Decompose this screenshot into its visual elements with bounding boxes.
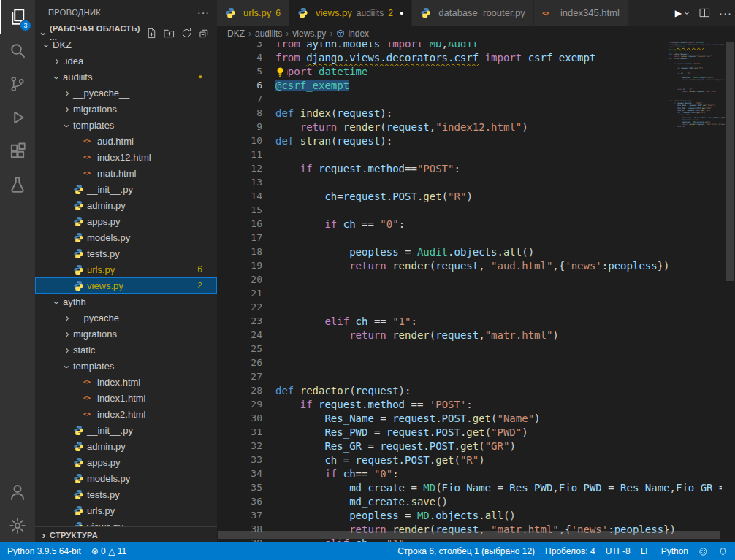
tree-item-urls.py[interactable]: urls.py6	[35, 261, 217, 277]
line-number[interactable]: 20	[217, 274, 275, 285]
tree-item-.idea[interactable]: ›.idea	[35, 53, 217, 69]
line-number[interactable]: 10	[217, 135, 275, 146]
code-line-9[interactable]: 9 return render(request,"index12.html")	[217, 120, 722, 134]
code-line-4[interactable]: 4from django.views.decorators.csrf impor…	[217, 50, 722, 64]
code-line-6[interactable]: 6@csrf_exempt	[217, 78, 722, 92]
new-file-icon[interactable]	[146, 28, 157, 39]
line-number[interactable]: 24	[217, 329, 275, 340]
code-line-20[interactable]: 20	[217, 272, 722, 286]
code-line-7[interactable]: 7	[217, 92, 722, 106]
refresh-icon[interactable]	[181, 28, 192, 39]
activity-testing-icon[interactable]	[0, 168, 35, 202]
tab-urls.py[interactable]: urls.py6	[217, 0, 289, 26]
tree-item-apps.py[interactable]: apps.py	[35, 454, 217, 470]
code-line-32[interactable]: 32 Res_GR = request.POST.get("GR")	[217, 439, 722, 453]
notifications-bell-icon[interactable]	[718, 547, 728, 556]
code-line-35[interactable]: 35 md_create = MD(Fio_Name = Res_PWD,Fio…	[217, 480, 722, 494]
code-line-18[interactable]: 18 peopless = Audit.objects.all()	[217, 245, 722, 258]
code-line-36[interactable]: 36 md_create.save()	[217, 494, 722, 508]
breadcrumb-item[interactable]: DKZ	[227, 28, 245, 39]
collapse-all-icon[interactable]	[199, 28, 210, 39]
tree-item-audiiits[interactable]: ›audiiits●	[35, 69, 217, 85]
tab-views.py[interactable]: views.pyaudiiits2●	[289, 0, 412, 26]
vertical-scrollbar[interactable]	[726, 42, 734, 281]
python-interpreter-status[interactable]: Python 3.9.5 64-bit	[7, 546, 81, 556]
code-line-22[interactable]: 22	[217, 300, 722, 314]
problems-status[interactable]: ⊗ 0 △ 11	[91, 546, 126, 556]
activity-run-debug-icon[interactable]	[0, 101, 35, 134]
line-number[interactable]: 37	[217, 510, 275, 521]
tree-item-static[interactable]: ›static	[35, 342, 217, 358]
minimap[interactable]: from aythh.models import MD,Auditfrom dj…	[669, 42, 725, 129]
line-number[interactable]: 7	[217, 93, 275, 104]
line-number[interactable]: 27	[217, 371, 275, 382]
code-line-17[interactable]: 17	[217, 231, 722, 245]
line-number[interactable]: 6	[217, 80, 275, 91]
outline-section-header[interactable]: › СТРУКТУРА	[35, 526, 217, 542]
code-line-31[interactable]: 31 Res_PWD = request.POST.get("PWD")	[217, 425, 722, 439]
activity-search-icon[interactable]	[0, 34, 35, 67]
activity-account-icon[interactable]	[0, 475, 35, 509]
more-actions-icon[interactable]: ···	[719, 7, 732, 19]
code-area[interactable]: 3from aythh.models import MD,Audit4from …	[217, 37, 722, 542]
code-line-34[interactable]: 34 if ch== "0":	[217, 467, 722, 480]
code-line-25[interactable]: 25	[217, 342, 722, 356]
line-number[interactable]: 35	[217, 482, 275, 493]
line-number[interactable]: 31	[217, 426, 275, 437]
tree-item-matr.html[interactable]: <>matr.html	[35, 165, 217, 181]
tree-item-tests.py[interactable]: tests.py	[35, 245, 217, 261]
code-line-19[interactable]: 19 return render(request, "aud.html",{'n…	[217, 258, 722, 272]
line-number[interactable]: 5	[217, 66, 275, 77]
tree-item-models.py[interactable]: models.py	[35, 470, 217, 486]
eol-status[interactable]: LF	[641, 546, 651, 556]
activity-source-control-icon[interactable]	[0, 67, 35, 101]
code-line-29[interactable]: 29 if request.method == 'POST':	[217, 397, 722, 411]
tree-item-index.html[interactable]: <>index.html	[35, 374, 217, 390]
tree-item-__init__.py[interactable]: __init__.py	[35, 181, 217, 197]
horizontal-scrollbar[interactable]	[218, 531, 720, 539]
tree-item-admin.py[interactable]: admin.py	[35, 438, 217, 454]
encoding-status[interactable]: UTF-8	[606, 546, 631, 556]
tree-item-aud.html[interactable]: <>aud.html	[35, 133, 217, 149]
line-number[interactable]: 34	[217, 468, 275, 479]
line-number[interactable]: 17	[217, 232, 275, 243]
code-line-12[interactable]: 12 if request.method=="POST":	[217, 161, 722, 175]
line-number[interactable]: 18	[217, 246, 275, 257]
workspace-section-header[interactable]: › (РАБОЧАЯ ОБЛАСТЬ) ...	[35, 25, 217, 41]
line-number[interactable]: 23	[217, 315, 275, 326]
code-line-37[interactable]: 37 peopless = MD.objects.all()	[217, 508, 722, 522]
code-line-10[interactable]: 10def stran(request):	[217, 134, 722, 147]
tree-item-__pycache__[interactable]: ›__pycache__	[35, 310, 217, 326]
code-line-5[interactable]: 5import datetime	[217, 64, 722, 78]
tree-item-__init__.py[interactable]: __init__.py	[35, 422, 217, 438]
indentation-status[interactable]: Пробелов: 4	[545, 546, 595, 556]
tree-item-__pycache__[interactable]: ›__pycache__	[35, 85, 217, 101]
code-line-21[interactable]: 21	[217, 286, 722, 300]
code-line-23[interactable]: 23 elif ch == "1":	[217, 314, 722, 328]
tree-item-templates[interactable]: ›templates	[35, 358, 217, 374]
line-number[interactable]: 12	[217, 163, 275, 174]
code-line-13[interactable]: 13	[217, 175, 722, 189]
code-line-16[interactable]: 16 if ch == "0":	[217, 217, 722, 231]
line-number[interactable]: 21	[217, 288, 275, 299]
line-number[interactable]: 29	[217, 399, 275, 410]
code-line-27[interactable]: 27	[217, 369, 722, 383]
tree-item-aythh[interactable]: ›aythh	[35, 294, 217, 310]
tree-item-templates[interactable]: ›templates	[35, 117, 217, 133]
line-number[interactable]: 14	[217, 191, 275, 202]
activity-explorer-icon[interactable]: 3	[0, 0, 35, 34]
code-line-15[interactable]: 15	[217, 203, 722, 217]
tab-index345.html[interactable]: <>index345.html	[534, 0, 628, 26]
line-number[interactable]: 36	[217, 496, 275, 507]
lightbulb-icon[interactable]	[275, 66, 287, 77]
line-number[interactable]: 19	[217, 260, 275, 271]
code-line-28[interactable]: 28def redactor(request):	[217, 383, 722, 397]
line-number[interactable]: 16	[217, 218, 275, 229]
tree-item-urls.py[interactable]: urls.py	[35, 502, 217, 518]
tree-item-index1.html[interactable]: <>index1.html	[35, 390, 217, 406]
code-line-8[interactable]: 8def index(request):	[217, 106, 722, 120]
code-line-30[interactable]: 30 Res_Name = request.POST.get("Name")	[217, 411, 722, 425]
breadcrumb-item[interactable]: audiiits	[255, 28, 282, 39]
tab-database_roouter.py[interactable]: database_roouter.py	[412, 0, 534, 26]
tree-item-models.py[interactable]: models.py	[35, 229, 217, 245]
